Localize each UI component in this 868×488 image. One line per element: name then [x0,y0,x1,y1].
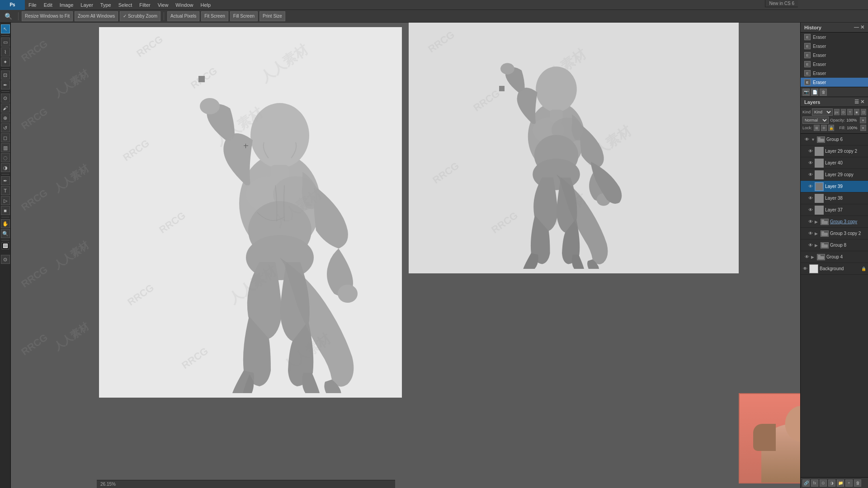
layers-close-btn[interactable]: ✕ [860,99,864,105]
adj-layer-btn[interactable]: ◑ [828,479,835,487]
spot-heal-tool[interactable]: ⊙ [1,94,10,103]
mask-btn[interactable]: ⊙ [820,479,827,487]
lock-px-btn[interactable]: ⊞ [814,125,820,131]
layer-29-copy2[interactable]: 👁 Layer 29 copy 2 [801,145,868,157]
history-item-2[interactable]: E Eraser [801,42,868,51]
history-close-btn[interactable]: ✕ [860,24,864,30]
path-select-tool[interactable]: ▷ [1,196,10,205]
menu-edit[interactable]: Edit [40,0,56,10]
shape-filter-btn[interactable]: ■ [854,109,859,115]
gradient-tool[interactable]: ▥ [1,143,10,152]
layer-29-copy[interactable]: 👁 Layer 29 copy [801,169,868,181]
video-overlay[interactable]: ⊙ RRCG 人人素材 [739,393,800,483]
print-size-btn[interactable]: Print Size [259,11,285,21]
vis-bg[interactable]: 👁 [802,266,808,272]
vis-g3c2[interactable]: 👁 [808,231,813,236]
menu-help[interactable]: Help [197,0,214,10]
smart-filter-btn[interactable]: ⊡ [861,109,866,115]
zoom-tool[interactable]: 🔍 [1,229,10,238]
vis-40[interactable]: 👁 [808,160,813,166]
main-canvas[interactable]: RRCG RRCG RRCG RRCG RRCG RRCG 人人素材 人人素材 … [99,27,402,398]
menu-view[interactable]: View [154,0,172,10]
layers-menu-btn[interactable]: ☰ [854,99,859,105]
vis-39[interactable]: 👁 [808,184,813,189]
eyedropper-tool[interactable]: ✒ [1,80,10,89]
vis-38[interactable]: 👁 [808,196,813,201]
layer-38[interactable]: 👁 Layer 38 [801,192,868,204]
layer-39[interactable]: 👁 Layer 39 [801,181,868,192]
lock-move-btn[interactable]: ✛ [821,125,827,131]
vis-g4[interactable]: 👁 [804,254,810,260]
vis-29c2[interactable]: 👁 [808,149,813,154]
type-filter-btn[interactable]: T [847,109,853,115]
brush-tool[interactable]: 🖌 [1,103,10,113]
layer-group3-copy[interactable]: 👁 ▶ Group 3 copy [801,216,868,228]
pen-tool[interactable]: ✒ [1,176,10,185]
history-item-4[interactable]: E Eraser [801,60,868,69]
eraser-tool[interactable]: ◻ [1,133,10,142]
fill-arrow[interactable]: ▾ [860,125,866,131]
adj-filter-btn[interactable]: ⊙ [841,109,846,115]
g3c2-arrow[interactable]: ▶ [815,231,819,236]
vis-29c[interactable]: 👁 [808,172,813,178]
group6-arrow[interactable]: ▼ [811,137,816,142]
preview-canvas[interactable]: RRCG RRCG RRCG RRCG 人人素材 人人素材 人人素材 [409,23,739,273]
layer-37[interactable]: 👁 Layer 37 [801,204,868,216]
vis-g3c[interactable]: 👁 [808,219,813,225]
blend-mode-select[interactable]: Normal Multiply Screen [802,117,829,124]
hand-tool[interactable]: ✋ [1,219,10,228]
g4-arrow[interactable]: ▶ [811,255,816,259]
group-btn[interactable]: 📁 [837,479,844,487]
blur-tool[interactable]: ◌ [1,153,10,162]
lock-all-btn[interactable]: 🔒 [828,125,834,131]
vis-g8[interactable]: 👁 [808,243,813,248]
history-brush-tool[interactable]: ↺ [1,123,10,132]
history-minimize-btn[interactable]: — [854,24,859,30]
menu-window[interactable]: Window [172,0,197,10]
vis-group6[interactable]: 👁 [804,137,810,142]
layer-40[interactable]: 👁 Layer 40 [801,157,868,169]
menu-filter[interactable]: Filter [136,0,154,10]
menu-file[interactable]: File [25,0,40,10]
scrubby-zoom-btn[interactable]: ✓ Scrubby Zoom [120,11,160,21]
g3c-arrow[interactable]: ▶ [815,220,819,224]
wand-tool[interactable]: ✦ [1,57,10,66]
shape-tool[interactable]: ■ [1,206,10,215]
fit-screen-btn[interactable]: Fit Screen [201,11,228,21]
layer-background[interactable]: 👁 Background 🔒 [801,263,868,275]
layer-group6[interactable]: 👁 ▼ Group 6 [801,134,868,145]
layer-group4[interactable]: 👁 ▶ Group 4 [801,251,868,263]
history-item-5[interactable]: E Eraser [801,69,868,78]
dodge-tool[interactable]: ◑ [1,163,10,172]
link-layers-btn[interactable]: 🔗 [802,479,810,487]
new-doc-btn[interactable]: 📄 [811,89,818,96]
menu-select[interactable]: Select [115,0,136,10]
quick-mask-btn[interactable]: ⊙ [1,255,10,264]
clone-stamp-tool[interactable]: ⊕ [1,113,10,122]
actual-pixels-btn[interactable]: Actual Pixels [167,11,199,21]
history-item-1[interactable]: E Eraser [801,33,868,42]
new-layer-btn[interactable]: + [845,479,853,487]
px-filter-btn[interactable]: px [834,109,840,115]
fill-screen-btn[interactable]: Fill Screen [230,11,258,21]
vis-37[interactable]: 👁 [808,207,813,213]
canvas-area[interactable]: RRCG RRCG RRCG RRCG RRCG 人人素材 人人素材 人人素材 … [11,23,800,488]
move-tool[interactable]: ↖ [1,24,10,33]
menu-type[interactable]: Type [97,0,115,10]
menu-layer[interactable]: Layer [77,0,97,10]
snapshot-btn[interactable]: 📷 [802,89,810,96]
fg-color[interactable] [2,242,9,249]
zoom-all-btn[interactable]: Zoom All Windows [75,11,118,21]
delete-layer-btn[interactable]: 🗑 [854,479,861,487]
layer-group8[interactable]: 👁 ▶ Group 8 [801,239,868,251]
lasso-tool[interactable]: ⌇ [1,47,10,56]
fx-btn[interactable]: fx [811,479,818,487]
opacity-arrow[interactable]: ▾ [860,117,866,123]
delete-state-btn[interactable]: 🗑 [820,89,827,96]
history-item-3[interactable]: E Eraser [801,51,868,60]
text-tool[interactable]: T [1,186,10,195]
kind-filter-select[interactable]: Kind [812,108,833,116]
menu-image[interactable]: Image [56,0,77,10]
layer-group3-copy2[interactable]: 👁 ▶ Group 3 copy 2 [801,228,868,239]
g8-arrow[interactable]: ▶ [815,243,819,248]
